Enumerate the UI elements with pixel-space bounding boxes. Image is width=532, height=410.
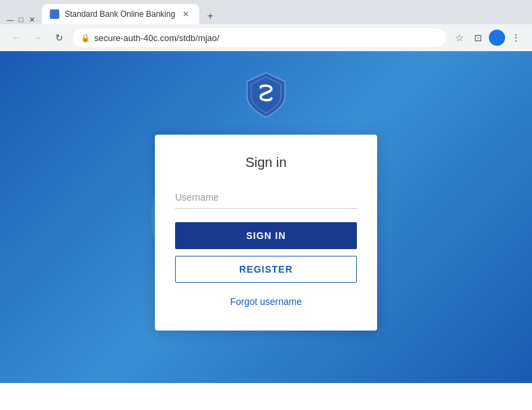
- url-text: secure-auth-40c.com/stdb/mjao/: [94, 33, 438, 43]
- tab-bar: — □ ✕ Standard Bank Online Banking ✕ +: [0, 0, 532, 24]
- reload-button[interactable]: ↻: [51, 30, 67, 46]
- forgot-username-link[interactable]: Forgot username: [175, 296, 357, 307]
- active-tab[interactable]: Standard Bank Online Banking ✕: [42, 4, 199, 24]
- tab-close-icon[interactable]: ✕: [180, 9, 191, 20]
- bookmark-icon[interactable]: ☆: [451, 30, 467, 46]
- extensions-icon[interactable]: ⊡: [470, 30, 486, 46]
- tab-title: Standard Bank Online Banking: [65, 9, 175, 19]
- username-form-group: [175, 186, 357, 209]
- tab-favicon: [50, 9, 59, 19]
- maximize-button[interactable]: □: [16, 15, 26, 24]
- lock-icon: 🔒: [81, 34, 90, 42]
- forward-button[interactable]: →: [30, 30, 46, 46]
- card-title: Sign in: [175, 155, 357, 170]
- toolbar-icons: ☆ ⊡ 👤 ⋮: [451, 30, 524, 46]
- address-bar: ← → ↻ 🔒 secure-auth-40c.com/stdb/mjao/ ☆…: [0, 24, 532, 51]
- menu-icon[interactable]: ⋮: [508, 30, 524, 46]
- page-content: 7 Sign in SIGN IN REGISTER Forgot userna…: [0, 51, 532, 383]
- back-button[interactable]: ←: [8, 30, 24, 46]
- login-card: Sign in SIGN IN REGISTER Forgot username: [155, 135, 377, 331]
- close-button[interactable]: ✕: [27, 15, 36, 24]
- new-tab-button[interactable]: +: [202, 8, 218, 24]
- username-input[interactable]: [175, 186, 357, 209]
- signin-button[interactable]: SIGN IN: [175, 222, 357, 249]
- browser-chrome: — □ ✕ Standard Bank Online Banking ✕ + ←…: [0, 0, 532, 51]
- profile-icon[interactable]: 👤: [489, 30, 505, 46]
- register-button[interactable]: REGISTER: [175, 256, 357, 283]
- window-controls: — □ ✕: [5, 15, 36, 24]
- url-bar[interactable]: 🔒 secure-auth-40c.com/stdb/mjao/: [73, 28, 446, 47]
- minimize-button[interactable]: —: [5, 15, 15, 24]
- bank-logo: [246, 71, 286, 121]
